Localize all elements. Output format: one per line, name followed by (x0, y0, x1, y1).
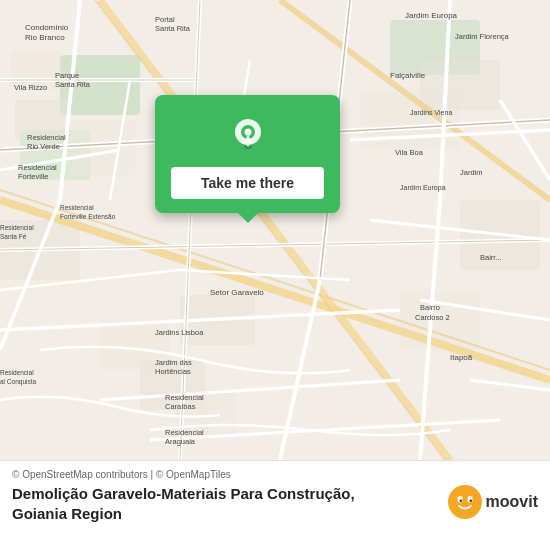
take-me-there-button[interactable]: Take me there (171, 167, 324, 199)
svg-text:Rio Verde: Rio Verde (27, 142, 60, 151)
svg-text:Condomínio: Condomínio (25, 23, 69, 32)
svg-text:Santa Rita: Santa Rita (55, 80, 91, 89)
svg-text:Residencial: Residencial (60, 204, 94, 211)
place-name-text: Demolição Garavelo-Materiais Para Constr… (12, 485, 355, 502)
svg-rect-14 (420, 60, 500, 110)
svg-text:Caraíbas: Caraíbas (165, 402, 196, 411)
svg-text:Vila Rizzo: Vila Rizzo (14, 83, 47, 92)
svg-text:Residencial: Residencial (27, 133, 66, 142)
svg-text:Forteville: Forteville (18, 172, 48, 181)
svg-text:Setor Garavelo: Setor Garavelo (210, 288, 264, 297)
svg-text:Jardim Europa: Jardim Europa (405, 11, 458, 20)
svg-text:Santa Fé: Santa Fé (0, 233, 27, 240)
svg-text:Itapoã: Itapoã (450, 353, 473, 362)
moovit-icon (447, 484, 483, 520)
location-popup: Take me there (155, 95, 340, 213)
svg-text:al Conquista: al Conquista (0, 378, 37, 386)
svg-point-91 (459, 500, 461, 502)
svg-text:Araguaia: Araguaia (165, 437, 196, 446)
svg-line-47 (470, 380, 550, 390)
svg-text:Jardins Lisboa: Jardins Lisboa (155, 328, 204, 337)
svg-text:Jardim Florença: Jardim Florença (455, 32, 510, 41)
svg-line-43 (180, 270, 350, 280)
svg-point-92 (469, 500, 471, 502)
svg-text:Residencial: Residencial (18, 163, 57, 172)
svg-text:Residencial: Residencial (165, 393, 204, 402)
svg-text:Residencial: Residencial (165, 428, 204, 437)
svg-text:Cardoso 2: Cardoso 2 (415, 313, 450, 322)
svg-text:Santa Rita: Santa Rita (155, 24, 191, 33)
svg-text:Rio Branco: Rio Branco (25, 33, 65, 42)
svg-text:Jardins Viena: Jardins Viena (410, 109, 452, 116)
copyright-text: © OpenStreetMap contributors | © OpenMap… (12, 469, 538, 480)
svg-text:Portal: Portal (155, 15, 175, 24)
map-container[interactable]: Condomínio Rio Branco Portal Santa Rita … (0, 0, 550, 460)
svg-text:Jardim: Jardim (460, 168, 483, 177)
moovit-text: moovit (486, 493, 538, 511)
svg-text:Falçalville: Falçalville (390, 71, 426, 80)
svg-text:Residencial: Residencial (0, 369, 34, 376)
svg-point-88 (448, 485, 482, 519)
svg-text:Hortências: Hortências (155, 367, 191, 376)
svg-text:Jardim das: Jardim das (155, 358, 192, 367)
place-info: Demolição Garavelo-Materiais Para Constr… (12, 484, 538, 544)
moovit-logo: moovit (447, 484, 538, 520)
place-region-text: Goiania Region (12, 505, 122, 522)
svg-text:Bairro: Bairro (420, 303, 440, 312)
svg-text:Parque: Parque (55, 71, 79, 80)
svg-text:Jardim Europa: Jardim Europa (400, 184, 446, 192)
location-pin-icon (226, 113, 270, 157)
svg-line-35 (280, 280, 320, 460)
svg-text:Forteville Extensão: Forteville Extensão (60, 213, 116, 220)
svg-text:Residencial: Residencial (0, 224, 34, 231)
map-roads: Condomínio Rio Branco Portal Santa Rita … (0, 0, 550, 460)
place-name: Demolição Garavelo-Materiais Para Constr… (12, 484, 447, 523)
bottom-info-bar: © OpenStreetMap contributors | © OpenMap… (0, 460, 550, 550)
svg-text:Vila Boa: Vila Boa (395, 148, 424, 157)
svg-text:Bairr...: Bairr... (480, 253, 502, 262)
